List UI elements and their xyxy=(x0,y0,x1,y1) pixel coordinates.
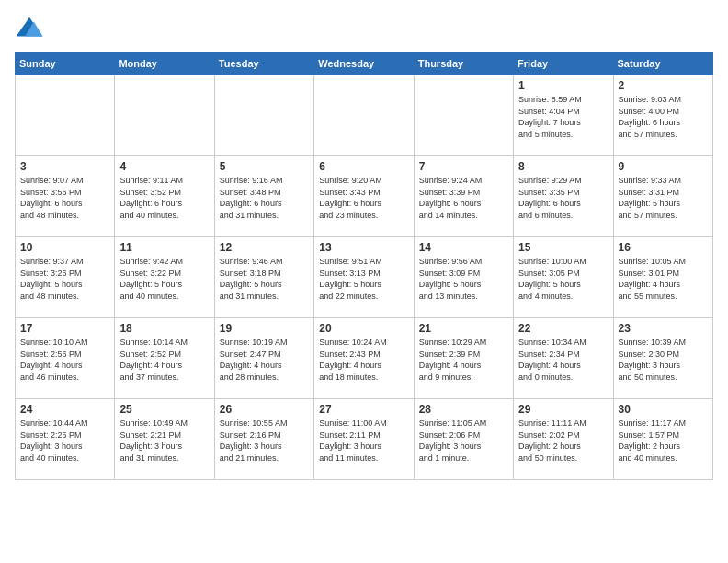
day-info: Sunrise: 9:16 AM Sunset: 3:48 PM Dayligh… xyxy=(220,175,309,221)
calendar-cell: 10Sunrise: 9:37 AM Sunset: 3:26 PM Dayli… xyxy=(16,237,115,318)
week-row-1: 1Sunrise: 8:59 AM Sunset: 4:04 PM Daylig… xyxy=(16,75,713,156)
calendar-cell: 27Sunrise: 11:00 AM Sunset: 2:11 PM Dayl… xyxy=(314,399,414,480)
calendar-cell xyxy=(314,75,414,156)
day-number: 13 xyxy=(319,241,408,254)
day-info: Sunrise: 10:05 AM Sunset: 3:01 PM Daylig… xyxy=(619,256,708,302)
calendar-cell: 7Sunrise: 9:24 AM Sunset: 3:39 PM Daylig… xyxy=(414,156,513,237)
day-number: 19 xyxy=(220,322,309,335)
day-header-monday: Monday xyxy=(115,52,214,75)
day-info: Sunrise: 9:51 AM Sunset: 3:13 PM Dayligh… xyxy=(319,256,408,302)
day-number: 15 xyxy=(518,241,608,254)
day-info: Sunrise: 10:10 AM Sunset: 2:56 PM Daylig… xyxy=(20,337,109,383)
day-info: Sunrise: 10:55 AM Sunset: 2:16 PM Daylig… xyxy=(220,418,309,464)
day-header-sunday: Sunday xyxy=(16,52,115,75)
calendar-cell: 30Sunrise: 11:17 AM Sunset: 1:57 PM Dayl… xyxy=(613,399,712,480)
day-number: 7 xyxy=(419,160,508,173)
day-number: 21 xyxy=(419,322,508,335)
week-row-3: 10Sunrise: 9:37 AM Sunset: 3:26 PM Dayli… xyxy=(16,237,713,318)
day-number: 9 xyxy=(619,160,708,173)
day-info: Sunrise: 11:05 AM Sunset: 2:06 PM Daylig… xyxy=(419,418,508,464)
calendar-cell: 17Sunrise: 10:10 AM Sunset: 2:56 PM Dayl… xyxy=(16,318,115,399)
day-number: 25 xyxy=(119,403,209,416)
logo-icon xyxy=(15,15,44,40)
day-number: 16 xyxy=(619,241,708,254)
day-header-saturday: Saturday xyxy=(613,52,712,75)
calendar-cell: 12Sunrise: 9:46 AM Sunset: 3:18 PM Dayli… xyxy=(214,237,313,318)
day-header-thursday: Thursday xyxy=(414,52,513,75)
day-header-friday: Friday xyxy=(514,52,613,75)
week-row-2: 3Sunrise: 9:07 AM Sunset: 3:56 PM Daylig… xyxy=(16,156,713,237)
week-row-4: 17Sunrise: 10:10 AM Sunset: 2:56 PM Dayl… xyxy=(16,318,713,399)
calendar-cell: 21Sunrise: 10:29 AM Sunset: 2:39 PM Dayl… xyxy=(414,318,513,399)
day-number: 20 xyxy=(319,322,408,335)
calendar-cell: 6Sunrise: 9:20 AM Sunset: 3:43 PM Daylig… xyxy=(314,156,414,237)
day-header-tuesday: Tuesday xyxy=(214,52,313,75)
day-info: Sunrise: 9:24 AM Sunset: 3:39 PM Dayligh… xyxy=(419,175,508,221)
calendar-cell: 29Sunrise: 11:11 AM Sunset: 2:02 PM Dayl… xyxy=(514,399,613,480)
day-number: 8 xyxy=(518,160,608,173)
day-number: 5 xyxy=(220,160,309,173)
day-number: 10 xyxy=(20,241,109,254)
calendar-cell: 13Sunrise: 9:51 AM Sunset: 3:13 PM Dayli… xyxy=(314,237,414,318)
day-info: Sunrise: 10:49 AM Sunset: 2:21 PM Daylig… xyxy=(119,418,209,464)
day-number: 18 xyxy=(119,322,209,335)
calendar-cell: 4Sunrise: 9:11 AM Sunset: 3:52 PM Daylig… xyxy=(115,156,214,237)
day-info: Sunrise: 10:24 AM Sunset: 2:43 PM Daylig… xyxy=(319,337,408,383)
day-info: Sunrise: 10:39 AM Sunset: 2:30 PM Daylig… xyxy=(619,337,708,383)
calendar-cell: 5Sunrise: 9:16 AM Sunset: 3:48 PM Daylig… xyxy=(214,156,313,237)
calendar-cell xyxy=(214,75,313,156)
day-number: 26 xyxy=(220,403,309,416)
day-info: Sunrise: 9:11 AM Sunset: 3:52 PM Dayligh… xyxy=(119,175,209,221)
day-info: Sunrise: 10:00 AM Sunset: 3:05 PM Daylig… xyxy=(518,256,608,302)
calendar-cell: 22Sunrise: 10:34 AM Sunset: 2:34 PM Dayl… xyxy=(514,318,613,399)
day-info: Sunrise: 9:33 AM Sunset: 3:31 PM Dayligh… xyxy=(619,175,708,221)
logo xyxy=(15,15,48,40)
day-info: Sunrise: 10:34 AM Sunset: 2:34 PM Daylig… xyxy=(518,337,608,383)
calendar-cell: 15Sunrise: 10:00 AM Sunset: 3:05 PM Dayl… xyxy=(514,237,613,318)
calendar-cell xyxy=(16,75,115,156)
calendar-cell: 19Sunrise: 10:19 AM Sunset: 2:47 PM Dayl… xyxy=(214,318,313,399)
calendar-cell: 24Sunrise: 10:44 AM Sunset: 2:25 PM Dayl… xyxy=(16,399,115,480)
day-number: 27 xyxy=(319,403,408,416)
day-info: Sunrise: 10:44 AM Sunset: 2:25 PM Daylig… xyxy=(20,418,109,464)
calendar-cell: 3Sunrise: 9:07 AM Sunset: 3:56 PM Daylig… xyxy=(16,156,115,237)
calendar-cell: 8Sunrise: 9:29 AM Sunset: 3:35 PM Daylig… xyxy=(514,156,613,237)
day-info: Sunrise: 9:03 AM Sunset: 4:00 PM Dayligh… xyxy=(619,94,708,140)
day-number: 17 xyxy=(20,322,109,335)
day-info: Sunrise: 10:14 AM Sunset: 2:52 PM Daylig… xyxy=(119,337,209,383)
calendar-table: SundayMondayTuesdayWednesdayThursdayFrid… xyxy=(15,52,713,480)
page-header xyxy=(15,15,713,40)
calendar-cell: 20Sunrise: 10:24 AM Sunset: 2:43 PM Dayl… xyxy=(314,318,414,399)
day-number: 30 xyxy=(619,403,708,416)
day-number: 4 xyxy=(119,160,209,173)
calendar-cell: 16Sunrise: 10:05 AM Sunset: 3:01 PM Dayl… xyxy=(613,237,712,318)
calendar-cell: 23Sunrise: 10:39 AM Sunset: 2:30 PM Dayl… xyxy=(613,318,712,399)
day-number: 29 xyxy=(518,403,608,416)
calendar-cell xyxy=(115,75,214,156)
day-number: 12 xyxy=(220,241,309,254)
calendar-cell: 25Sunrise: 10:49 AM Sunset: 2:21 PM Dayl… xyxy=(115,399,214,480)
day-number: 6 xyxy=(319,160,408,173)
day-number: 11 xyxy=(119,241,209,254)
day-info: Sunrise: 10:29 AM Sunset: 2:39 PM Daylig… xyxy=(419,337,508,383)
day-info: Sunrise: 11:17 AM Sunset: 1:57 PM Daylig… xyxy=(619,418,708,464)
day-info: Sunrise: 11:11 AM Sunset: 2:02 PM Daylig… xyxy=(518,418,608,464)
day-info: Sunrise: 9:20 AM Sunset: 3:43 PM Dayligh… xyxy=(319,175,408,221)
calendar-cell: 9Sunrise: 9:33 AM Sunset: 3:31 PM Daylig… xyxy=(613,156,712,237)
day-info: Sunrise: 9:46 AM Sunset: 3:18 PM Dayligh… xyxy=(220,256,309,302)
calendar-cell: 26Sunrise: 10:55 AM Sunset: 2:16 PM Dayl… xyxy=(214,399,313,480)
day-number: 2 xyxy=(619,79,708,92)
day-number: 14 xyxy=(419,241,508,254)
calendar-cell: 2Sunrise: 9:03 AM Sunset: 4:00 PM Daylig… xyxy=(613,75,712,156)
calendar-cell: 18Sunrise: 10:14 AM Sunset: 2:52 PM Dayl… xyxy=(115,318,214,399)
day-info: Sunrise: 11:00 AM Sunset: 2:11 PM Daylig… xyxy=(319,418,408,464)
day-info: Sunrise: 9:29 AM Sunset: 3:35 PM Dayligh… xyxy=(518,175,608,221)
day-number: 1 xyxy=(518,79,608,92)
week-row-5: 24Sunrise: 10:44 AM Sunset: 2:25 PM Dayl… xyxy=(16,399,713,480)
calendar-cell: 1Sunrise: 8:59 AM Sunset: 4:04 PM Daylig… xyxy=(514,75,613,156)
day-info: Sunrise: 9:37 AM Sunset: 3:26 PM Dayligh… xyxy=(20,256,109,302)
calendar-cell xyxy=(414,75,513,156)
day-info: Sunrise: 9:42 AM Sunset: 3:22 PM Dayligh… xyxy=(119,256,209,302)
day-number: 3 xyxy=(20,160,109,173)
day-info: Sunrise: 9:56 AM Sunset: 3:09 PM Dayligh… xyxy=(419,256,508,302)
